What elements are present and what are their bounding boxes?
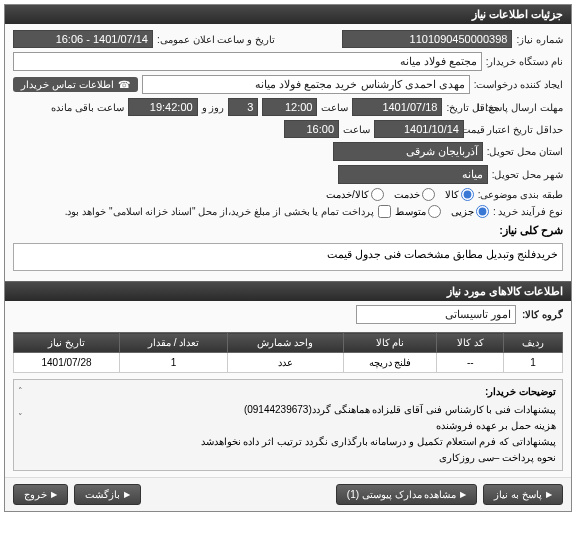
desc-label: شرح کلی نیاز: <box>13 224 563 239</box>
panel-title: جزئیات اطلاعات نیاز <box>5 5 571 24</box>
table-header-row: ردیف کد کالا نام کالا واحد شمارش تعداد /… <box>14 333 563 353</box>
note-line-0: پیشنهادات فنی با کارشناس فنی آقای قلیزاد… <box>20 402 556 418</box>
buyer-org-value: مجتمع فولاد میانه <box>13 52 482 71</box>
process-label: نوع فرآیند خرید : <box>493 206 563 217</box>
reply-label: پاسخ به نیاز <box>494 489 542 500</box>
hour-label-2: ساعت <box>343 124 370 135</box>
category-radios: کالا خدمت کالا/خدمت <box>326 188 474 201</box>
footer-bar: ▶پاسخ به نیاز ▶مشاهده مدارک پیوستی (1) ▶… <box>5 477 571 511</box>
province-value: آذربایجان شرقی <box>333 142 483 161</box>
triangle-icon: ▶ <box>546 490 552 499</box>
buyer-notes: ˄ ˅ توضیحات خریدار: پیشنهادات فنی با کار… <box>13 379 563 471</box>
announce-label: تاریخ و ساعت اعلان عمومی: <box>157 34 275 45</box>
deadline-label: حداقل تاریخ: <box>446 102 499 113</box>
contact-button-label: اطلاعات تماس خریدار <box>21 79 114 90</box>
back-label: بازگشت <box>85 489 120 500</box>
phone-icon: ☎ <box>118 79 130 90</box>
cell-code: -- <box>437 353 504 373</box>
info-panel: جزئیات اطلاعات نیاز شماره نیاز: 11010904… <box>4 4 572 512</box>
process-radios: جزیی متوسط <box>395 205 489 218</box>
notes-label: توضیحات خریدار: <box>20 384 556 400</box>
need-no-value: 1101090450000398 <box>342 30 512 48</box>
process-note: پرداخت تمام یا بخشی از مبلغ خرید،از محل … <box>65 206 374 217</box>
col-qty: تعداد / مقدار <box>120 333 228 353</box>
attachments-label: مشاهده مدارک پیوستی (1) <box>347 489 457 500</box>
cat-goods-service-label: کالا/خدمت <box>326 189 369 200</box>
reply-button[interactable]: ▶پاسخ به نیاز <box>483 484 563 505</box>
proc-medium-radio[interactable]: متوسط <box>395 205 441 218</box>
exit-label: خروج <box>24 489 47 500</box>
proc-medium-label: متوسط <box>395 206 426 217</box>
cell-name: فلنج دریچه <box>343 353 437 373</box>
triangle-icon: ▶ <box>51 490 57 499</box>
province-label: استان محل تحویل: <box>487 146 563 157</box>
price-valid-hour: 16:00 <box>284 120 339 138</box>
col-idx: ردیف <box>504 333 563 353</box>
col-name: نام کالا <box>343 333 437 353</box>
category-label: طبقه بندی موضوعی: <box>478 189 563 200</box>
proc-partial-label: جزیی <box>451 206 474 217</box>
exit-button[interactable]: ▶خروج <box>13 484 68 505</box>
and-label: روز و <box>202 102 225 113</box>
triangle-icon: ▶ <box>124 490 130 499</box>
group-label: گروه کالا: <box>522 309 563 320</box>
group-value: امور تاسیساتی <box>356 305 516 324</box>
chevron-down-icon[interactable]: ˅ <box>18 410 23 424</box>
deadline-hour: 12:00 <box>262 98 317 116</box>
remain-suffix: ساعت باقی مانده <box>51 102 124 113</box>
notes-scroll[interactable]: ˄ ˅ <box>18 384 23 425</box>
announce-value: 1401/07/14 - 16:06 <box>13 30 153 48</box>
cell-idx: 1 <box>504 353 563 373</box>
cat-goods-label: کالا <box>445 189 459 200</box>
need-no-label: شماره نیاز: <box>516 34 563 45</box>
note-line-1: هزینه حمل بر عهده فروشنده <box>20 418 556 434</box>
days-left: 3 <box>228 98 258 116</box>
note-line-2: پیشنهاداتی که فرم استعلام تکمیل و درساما… <box>20 434 556 450</box>
col-unit: واحد شمارش <box>228 333 344 353</box>
contact-button[interactable]: ☎ اطلاعات تماس خریدار <box>13 77 138 92</box>
price-valid-date: 1401/10/14 <box>374 120 464 138</box>
cat-goods-service-radio[interactable]: کالا/خدمت <box>326 188 384 201</box>
cat-goods-radio[interactable]: کالا <box>445 188 474 201</box>
proc-partial-radio[interactable]: جزیی <box>451 205 489 218</box>
remain-time: 19:42:00 <box>128 98 198 116</box>
col-code: کد کالا <box>437 333 504 353</box>
triangle-icon: ▶ <box>460 490 466 499</box>
col-date: تاریخ نیاز <box>14 333 120 353</box>
buyer-org-label: نام دستگاه خریدار: <box>486 56 563 67</box>
attachments-button[interactable]: ▶مشاهده مدارک پیوستی (1) <box>336 484 478 505</box>
cell-unit: عدد <box>228 353 344 373</box>
deadline-until-label: مهلت ارسال پاسخ: تا <box>503 102 563 113</box>
cell-qty: 1 <box>120 353 228 373</box>
goods-group-row: گروه کالا: امور تاسیساتی <box>5 301 571 328</box>
back-button[interactable]: ▶بازگشت <box>74 484 141 505</box>
hour-label-1: ساعت <box>321 102 348 113</box>
deadline-date: 1401/07/18 <box>352 98 442 116</box>
requester-value: مهدی احمدی کارشناس خرید مجتمع فولاد میان… <box>142 75 470 94</box>
goods-header: اطلاعات کالاهای مورد نیاز <box>5 281 571 301</box>
city-label: شهر محل تحویل: <box>492 169 563 180</box>
desc-textarea[interactable] <box>13 243 563 271</box>
cell-date: 1401/07/28 <box>14 353 120 373</box>
table-row[interactable]: 1 -- فلنج دریچه عدد 1 1401/07/28 <box>14 353 563 373</box>
treasury-checkbox[interactable] <box>378 205 391 218</box>
form-area: شماره نیاز: 1101090450000398 تاریخ و ساع… <box>5 24 571 281</box>
cat-service-label: خدمت <box>394 189 420 200</box>
city-value: میانه <box>338 165 488 184</box>
requester-label: ایجاد کننده درخواست: <box>474 79 563 90</box>
goods-table: ردیف کد کالا نام کالا واحد شمارش تعداد /… <box>13 332 563 373</box>
cat-service-radio[interactable]: خدمت <box>394 188 435 201</box>
note-line-3: نحوه پرداخت –سی روزکاری <box>20 450 556 466</box>
chevron-up-icon[interactable]: ˄ <box>18 384 23 398</box>
price-valid-label: حداقل تاریخ اعتبار قیمت: تا تاریخ: <box>468 124 563 135</box>
